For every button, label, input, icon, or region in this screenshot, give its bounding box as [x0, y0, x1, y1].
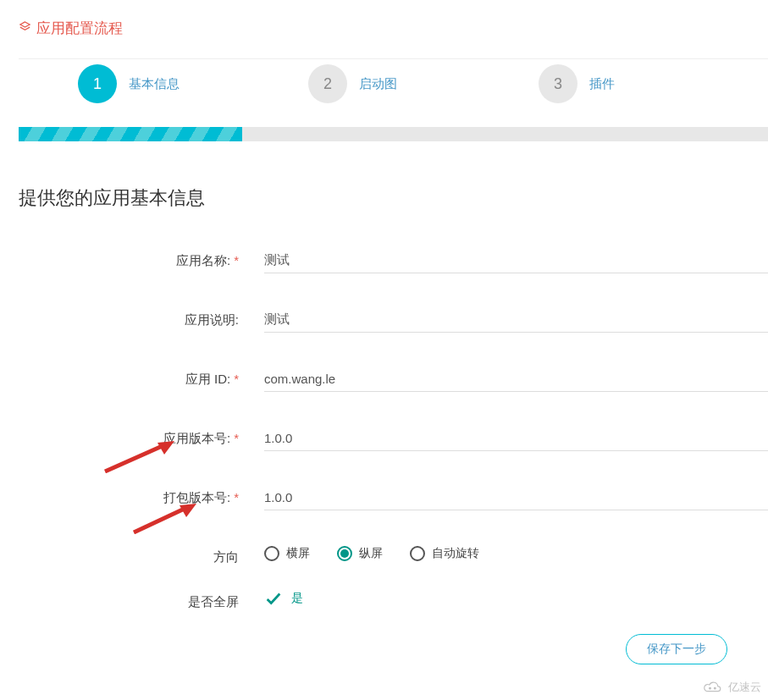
step-basic-info[interactable]: 1 基本信息	[78, 64, 308, 103]
radio-label: 纵屏	[359, 546, 383, 561]
row-app-desc: 应用说明:	[19, 307, 768, 333]
required-mark: *	[234, 372, 239, 386]
row-app-id: 应用 ID:*	[19, 367, 768, 392]
progress-bar	[19, 127, 768, 141]
radio-circle-icon	[410, 546, 425, 561]
radio-circle-icon	[264, 546, 279, 561]
row-app-name: 应用名称:*	[19, 248, 768, 273]
label-app-id: 应用 ID:*	[19, 367, 246, 388]
layers-icon	[19, 20, 31, 37]
label-fullscreen: 是否全屏	[19, 589, 246, 610]
svg-line-1	[105, 444, 166, 471]
row-fullscreen: 是否全屏 是	[19, 589, 768, 610]
svg-marker-0	[20, 21, 30, 26]
cloud-icon	[701, 680, 725, 695]
save-button[interactable]: 保存下一步	[626, 634, 727, 664]
label-orientation: 方向	[19, 544, 246, 565]
check-icon	[264, 589, 283, 608]
step-label: 基本信息	[129, 76, 180, 92]
watermark-text: 亿速云	[728, 680, 761, 695]
step-number: 3	[539, 64, 577, 103]
radio-circle-icon	[337, 546, 352, 561]
input-app-name[interactable]	[264, 248, 768, 273]
required-mark: *	[234, 431, 239, 445]
section-title: 应用配置流程	[36, 19, 123, 38]
input-pack-version[interactable]	[264, 485, 768, 510]
step-number: 2	[308, 64, 347, 103]
required-mark: *	[234, 253, 239, 267]
step-label: 插件	[589, 76, 615, 92]
label-app-desc: 应用说明:	[19, 307, 246, 328]
input-app-id[interactable]	[264, 367, 768, 392]
label-app-version: 应用版本号:*	[19, 426, 246, 447]
page-subtitle: 提供您的应用基本信息	[19, 185, 768, 211]
progress-segment-active	[19, 127, 242, 141]
step-number: 1	[78, 64, 117, 103]
radio-portrait[interactable]: 纵屏	[337, 546, 383, 561]
step-label: 启动图	[359, 76, 397, 92]
input-app-version[interactable]	[264, 426, 768, 451]
step-splash[interactable]: 2 启动图	[308, 64, 539, 103]
orientation-radio-group: 横屏 纵屏 自动旋转	[264, 544, 768, 561]
radio-auto[interactable]: 自动旋转	[410, 546, 479, 561]
radio-label: 横屏	[286, 546, 310, 561]
section-title-row: 应用配置流程	[19, 19, 768, 38]
save-row: 保存下一步	[19, 634, 768, 664]
step-row: 1 基本信息 2 启动图 3 插件	[19, 58, 768, 127]
step-plugin[interactable]: 3 插件	[539, 64, 768, 103]
label-pack-version: 打包版本号:*	[19, 485, 246, 506]
required-mark: *	[234, 490, 239, 504]
radio-label: 自动旋转	[432, 546, 479, 561]
row-pack-version: 打包版本号:*	[19, 485, 768, 510]
svg-point-5	[710, 687, 711, 689]
svg-line-3	[134, 507, 188, 532]
row-app-version: 应用版本号:*	[19, 426, 768, 451]
radio-landscape[interactable]: 横屏	[264, 546, 310, 561]
watermark: 亿速云	[701, 680, 761, 695]
row-orientation: 方向 横屏 纵屏 自动旋转	[19, 544, 768, 565]
fullscreen-check[interactable]: 是	[264, 589, 768, 608]
label-app-name: 应用名称:*	[19, 248, 246, 269]
input-app-desc[interactable]	[264, 307, 768, 333]
svg-point-6	[714, 687, 716, 689]
check-label: 是	[291, 591, 303, 606]
